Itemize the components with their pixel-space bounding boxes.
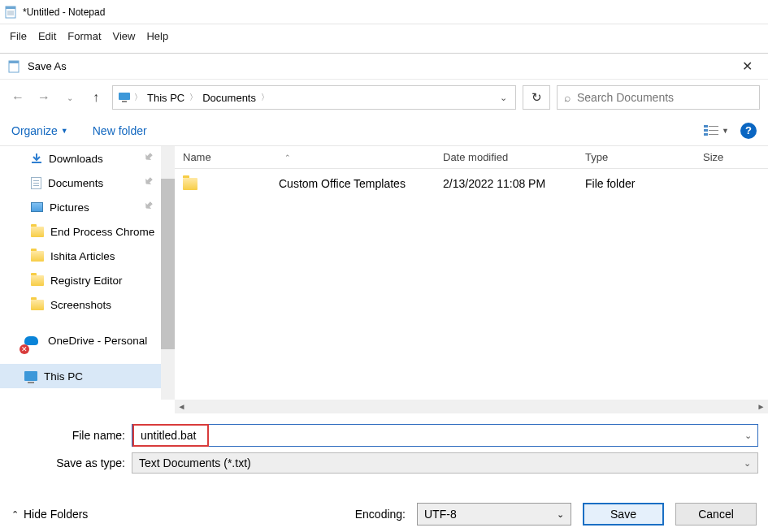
sidebar-item-label: Downloads — [49, 153, 103, 165]
column-date[interactable]: Date modified — [435, 151, 577, 163]
hide-folders-button[interactable]: ⌃ Hide Folders — [11, 508, 88, 521]
save-type-select[interactable]: Text Documents (*.txt) ⌄ — [132, 452, 758, 474]
svg-rect-8 — [122, 101, 127, 102]
column-size[interactable]: Size — [695, 151, 744, 163]
sidebar-item-documents[interactable]: Documents — [0, 171, 161, 195]
back-button[interactable]: ← — [8, 88, 28, 107]
save-type-label: Save as type: — [10, 456, 132, 469]
svg-rect-6 — [9, 61, 19, 63]
dialog-titlebar: Save As ✕ — [0, 54, 768, 80]
notepad-title: *Untitled - Notepad — [23, 6, 105, 18]
sidebar-item-label: Screenshots — [50, 299, 111, 311]
save-type-value: Text Documents (*.txt) — [139, 456, 251, 469]
menu-file[interactable]: File — [5, 28, 32, 44]
sidebar-scrollbar[interactable] — [161, 146, 175, 400]
chevron-up-icon: ⌃ — [11, 509, 19, 520]
forward-button[interactable]: → — [34, 88, 54, 107]
file-name-field[interactable]: ⌄ — [132, 424, 758, 447]
sidebar-item-folder[interactable]: Screenshots — [0, 292, 161, 317]
sort-ascending-icon: ⌃ — [284, 154, 291, 162]
svg-rect-12 — [709, 130, 718, 131]
scroll-right-icon[interactable]: ► — [754, 400, 768, 413]
folder-icon — [31, 227, 44, 237]
download-icon — [31, 153, 42, 164]
close-icon[interactable]: ✕ — [734, 58, 760, 74]
save-fields: File name: ⌄ Save as type: Text Document… — [0, 413, 768, 477]
menu-help[interactable]: Help — [141, 28, 173, 44]
svg-rect-13 — [704, 133, 708, 136]
menu-format[interactable]: Format — [63, 28, 106, 44]
sidebar-item-label: End Process Chrome — [50, 226, 154, 238]
refresh-button[interactable]: ↻ — [523, 85, 550, 110]
dialog-footer: ⌃ Hide Folders Encoding: UTF-8 ⌄ Save Ca… — [0, 490, 768, 532]
nav-sidebar: Downloads Documents Pictures End Process… — [0, 146, 161, 400]
organize-button[interactable]: Organize▼ — [11, 124, 68, 137]
pc-icon — [24, 371, 37, 381]
sidebar-item-folder[interactable]: Registry Editor — [0, 268, 161, 292]
svg-rect-11 — [704, 129, 708, 132]
chevron-right-icon[interactable]: 〉 — [134, 92, 142, 103]
view-mode-button[interactable]: ▼ — [704, 125, 729, 136]
search-input[interactable]: ⌕ Search Documents — [557, 85, 760, 110]
error-badge-icon: ✕ — [20, 344, 29, 354]
sidebar-item-label: Registry Editor — [50, 275, 123, 287]
dialog-icon — [8, 60, 21, 73]
file-list: Name⌃ Date modified Type Size Custom Off… — [175, 146, 768, 400]
file-name-label: File name: — [10, 429, 132, 442]
sidebar-item-downloads[interactable]: Downloads — [0, 146, 161, 171]
sidebar-item-label: This PC — [44, 370, 83, 383]
svg-rect-7 — [119, 93, 130, 100]
notepad-icon — [5, 6, 18, 19]
details-view-icon — [704, 125, 718, 136]
svg-rect-14 — [709, 134, 718, 135]
chevron-right-icon[interactable]: 〉 — [189, 92, 197, 103]
help-button[interactable]: ? — [740, 123, 757, 139]
file-type: File folder — [577, 177, 695, 190]
breadcrumb-documents[interactable]: Documents — [201, 92, 258, 104]
encoding-select[interactable]: UTF-8 ⌄ — [417, 503, 571, 526]
document-icon — [31, 177, 41, 189]
file-date: 2/13/2022 11:08 PM — [435, 177, 577, 190]
notepad-titlebar: *Untitled - Notepad — [0, 0, 768, 24]
nav-toolbar: ← → ⌄ ↑ 〉 This PC 〉 Documents 〉 ⌄ ↻ ⌕ Se… — [0, 80, 768, 115]
column-type[interactable]: Type — [577, 151, 695, 163]
svg-rect-9 — [704, 125, 708, 128]
svg-rect-10 — [709, 126, 718, 127]
chevron-right-icon[interactable]: 〉 — [261, 92, 269, 103]
sidebar-item-label: OneDrive - Personal — [48, 335, 147, 347]
file-row[interactable]: Custom Office Templates 2/13/2022 11:08 … — [175, 169, 768, 198]
chevron-down-icon: ▼ — [61, 127, 68, 135]
sidebar-item-label: Documents — [48, 177, 103, 189]
up-button[interactable]: ↑ — [86, 88, 106, 107]
file-name-input[interactable] — [139, 426, 202, 445]
sidebar-item-pictures[interactable]: Pictures — [0, 195, 161, 219]
sidebar-item-label: Ishita Articles — [50, 250, 115, 262]
horizontal-scrollbar[interactable]: ◄ ► — [175, 400, 768, 413]
save-as-dialog: Save As ✕ ← → ⌄ ↑ 〉 This PC 〉 Documents … — [0, 53, 768, 532]
address-dropdown-icon[interactable]: ⌄ — [500, 93, 510, 103]
new-folder-button[interactable]: New folder — [93, 124, 147, 137]
breadcrumb-this-pc[interactable]: This PC — [145, 92, 186, 104]
menu-view[interactable]: View — [108, 28, 141, 44]
column-name[interactable]: Name⌃ — [175, 151, 435, 163]
sidebar-item-this-pc[interactable]: This PC — [0, 364, 161, 388]
svg-rect-15 — [32, 162, 41, 163]
recent-dropdown-icon[interactable]: ⌄ — [60, 88, 80, 107]
sidebar-item-onedrive[interactable]: ✕ OneDrive - Personal — [0, 328, 161, 353]
dialog-title: Save As — [28, 60, 734, 72]
sidebar-item-folder[interactable]: Ishita Articles — [0, 244, 161, 268]
address-bar[interactable]: 〉 This PC 〉 Documents 〉 ⌄ — [112, 85, 516, 110]
save-button[interactable]: Save — [583, 503, 664, 526]
scrollbar-thumb[interactable] — [161, 179, 175, 349]
chevron-down-icon[interactable]: ⌄ — [738, 430, 757, 441]
sidebar-item-folder[interactable]: End Process Chrome — [0, 219, 161, 244]
scroll-left-icon[interactable]: ◄ — [175, 400, 189, 413]
file-name: Custom Office Templates — [279, 177, 406, 190]
column-headers: Name⌃ Date modified Type Size — [175, 146, 768, 169]
pictures-icon — [31, 202, 43, 212]
notepad-menu: File Edit Format View Help — [0, 24, 768, 47]
search-icon: ⌕ — [564, 91, 571, 104]
menu-edit[interactable]: Edit — [33, 28, 61, 44]
cancel-button[interactable]: Cancel — [675, 503, 757, 526]
encoding-label: Encoding: — [355, 508, 406, 521]
